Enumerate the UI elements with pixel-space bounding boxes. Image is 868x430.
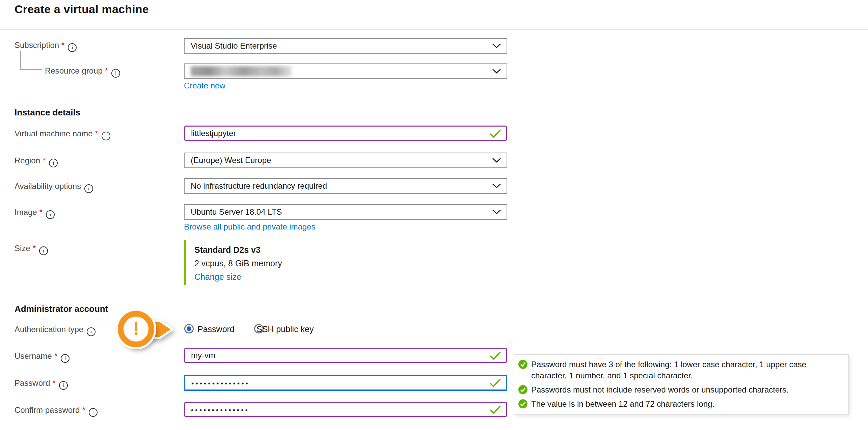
username-label: Username*i <box>15 351 70 363</box>
info-icon[interactable]: i <box>39 246 48 255</box>
required-asterisk: * <box>95 129 98 138</box>
info-icon[interactable]: i <box>111 69 120 78</box>
auth-type-label: Authentication typei <box>15 325 96 336</box>
rule-check-icon <box>518 385 527 394</box>
instance-details-heading: Instance details <box>15 107 80 118</box>
info-icon[interactable]: i <box>61 354 70 363</box>
page-title: Create a virtual machine <box>15 3 149 16</box>
password-rule-item: Passwords must not include reserved word… <box>518 384 842 395</box>
rule-check-icon <box>518 360 527 369</box>
valid-check-icon <box>489 378 501 387</box>
required-asterisk: * <box>52 378 55 387</box>
size-accent-bar <box>184 240 186 285</box>
required-asterisk: * <box>61 41 64 50</box>
subscription-value: Visual Studio Enterprise <box>191 41 277 51</box>
browse-images-link[interactable]: Browse all public and private images <box>184 222 316 232</box>
tree-connector <box>20 51 42 70</box>
confirm-password-input[interactable]: •••••••••••••• <box>184 402 507 417</box>
chevron-down-icon <box>492 183 501 189</box>
required-asterisk: * <box>54 351 57 360</box>
password-rule-item: Password must have 3 of the following: 1… <box>518 359 842 381</box>
chevron-down-icon <box>492 69 501 74</box>
valid-check-icon <box>489 351 501 360</box>
info-icon[interactable]: i <box>59 381 68 390</box>
subscription-label: Subscription*i <box>15 41 77 52</box>
info-icon[interactable]: i <box>84 184 93 193</box>
header-divider <box>0 29 868 30</box>
info-icon[interactable]: i <box>89 408 98 417</box>
size-label: Size*i <box>15 244 48 255</box>
radio-ssh-public-key-label[interactable]: SSH public key <box>256 324 314 334</box>
valid-check-icon <box>489 129 501 138</box>
radio-password[interactable] <box>184 324 194 333</box>
region-label: Region*i <box>15 156 58 167</box>
image-value: Ubuntu Server 18.04 LTS <box>191 207 282 217</box>
password-rule-item: The value is in between 12 and 72 charac… <box>518 398 842 409</box>
rule-check-icon <box>518 399 527 408</box>
region-value: (Europe) West Europe <box>191 156 271 165</box>
username-input[interactable]: my-vm <box>184 348 507 363</box>
change-size-link[interactable]: Change size <box>194 272 241 282</box>
chevron-down-icon <box>492 158 501 163</box>
valid-check-icon <box>489 405 501 414</box>
confirm-password-masked-value: •••••••••••••• <box>191 405 249 414</box>
info-icon[interactable]: i <box>46 210 55 219</box>
confirm-password-label: Confirm password*i <box>15 405 98 417</box>
create-new-link[interactable]: Create new <box>184 81 225 90</box>
info-icon[interactable]: i <box>49 159 58 167</box>
info-icon[interactable]: i <box>102 132 110 140</box>
required-asterisk: * <box>39 208 43 217</box>
create-vm-page: Create a virtual machine Subscription*i … <box>0 0 868 430</box>
required-asterisk: * <box>105 66 108 75</box>
size-specs: 2 vcpus, 8 GiB memory <box>194 259 282 268</box>
image-dropdown[interactable]: Ubuntu Server 18.04 LTS <box>184 204 507 220</box>
required-asterisk: * <box>33 244 36 253</box>
password-masked-value: •••••••••••••• <box>191 378 250 387</box>
image-label: Image*i <box>15 208 55 219</box>
subscription-dropdown[interactable]: Visual Studio Enterprise <box>184 38 507 54</box>
availability-options-label: Availability optionsi <box>15 182 93 193</box>
info-icon[interactable]: i <box>87 327 96 336</box>
vm-name-input[interactable]: littlestjupyter <box>184 126 507 141</box>
vm-name-value: littlestjupyter <box>191 129 236 138</box>
availability-value: No infrastructure redundancy required <box>191 181 327 191</box>
password-input[interactable]: •••••••••••••• <box>184 375 507 391</box>
admin-account-heading: Administrator account <box>15 304 108 314</box>
radio-password-label[interactable]: Password <box>197 324 235 334</box>
resource-group-value-redacted <box>191 66 292 76</box>
region-dropdown[interactable]: (Europe) West Europe <box>184 153 507 168</box>
annotation-exclamation-icon: ! <box>118 311 154 347</box>
password-label: Password*i <box>15 378 68 390</box>
vm-name-label: Virtual machine name*i <box>15 129 110 140</box>
info-icon[interactable]: i <box>68 43 77 52</box>
password-rules-tooltip: Password must have 3 of the following: 1… <box>514 354 849 414</box>
resource-group-dropdown[interactable] <box>184 63 507 79</box>
required-asterisk: * <box>82 405 85 414</box>
chevron-down-icon <box>492 209 501 215</box>
resource-group-label: Resource group*i <box>45 66 120 78</box>
availability-options-dropdown[interactable]: No infrastructure redundancy required <box>184 178 507 194</box>
chevron-down-icon <box>492 43 501 49</box>
username-value: my-vm <box>191 351 215 360</box>
required-asterisk: * <box>43 156 46 165</box>
size-name: Standard D2s v3 <box>194 245 261 255</box>
